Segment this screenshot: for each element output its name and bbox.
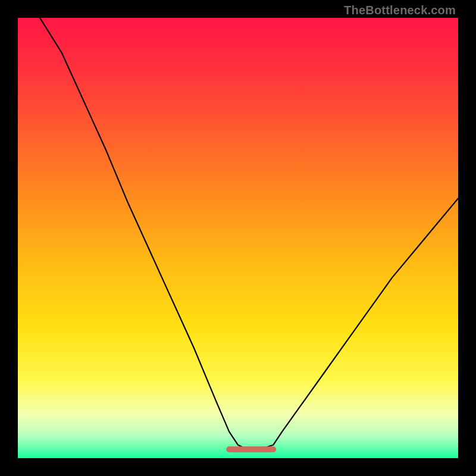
bottleneck-curve (40, 18, 458, 449)
plot-area (18, 18, 458, 458)
curve-layer (18, 18, 458, 458)
chart-frame: TheBottleneck.com (0, 0, 476, 476)
watermark-label: TheBottleneck.com (344, 4, 456, 17)
